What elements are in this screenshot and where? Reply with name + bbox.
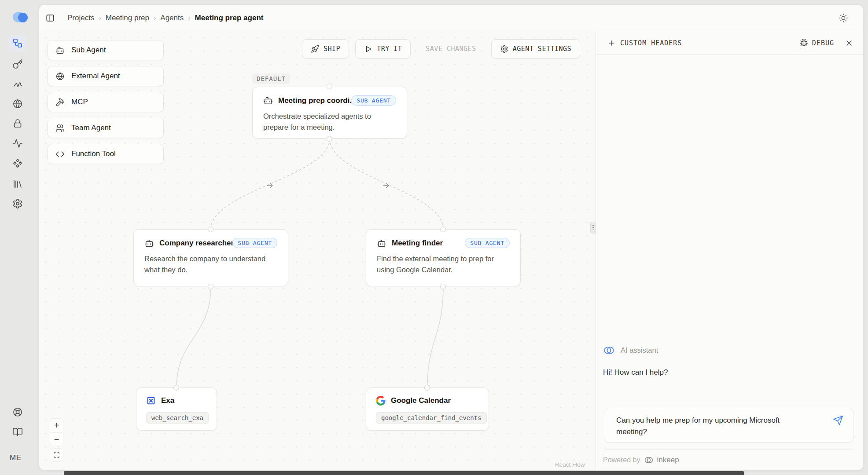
save-changes-button[interactable]: SAVE CHANGES bbox=[417, 39, 485, 58]
handle-coordinator-top[interactable] bbox=[327, 84, 332, 89]
bot-icon bbox=[377, 238, 386, 248]
react-flow-attribution[interactable]: React Flow bbox=[555, 461, 585, 468]
agent-settings-button-label: AGENT SETTINGS bbox=[513, 45, 571, 53]
custom-headers-button[interactable]: CUSTOM HEADERS bbox=[607, 31, 682, 55]
node-description: Research the company to understand what … bbox=[144, 253, 277, 275]
bug-icon bbox=[800, 39, 808, 47]
bot-icon bbox=[55, 46, 65, 55]
theme-toggle-sun-icon[interactable] bbox=[839, 13, 848, 23]
node-title: Company researcher bbox=[159, 239, 234, 248]
ship-button-label: SHIP bbox=[324, 45, 340, 53]
grip-dots-icon bbox=[592, 224, 594, 231]
node-title: Exa bbox=[161, 396, 174, 405]
exa-logo-icon bbox=[146, 396, 156, 406]
scribble-icon[interactable] bbox=[12, 79, 23, 89]
handle-finder-top[interactable] bbox=[440, 227, 446, 232]
maximize-icon bbox=[53, 452, 60, 458]
default-badge: DEFAULT bbox=[252, 73, 290, 84]
docs-icon[interactable] bbox=[12, 427, 23, 437]
palette-item-sub-agent[interactable]: Sub Agent bbox=[48, 40, 164, 60]
node-exa-tool[interactable]: Exa web_search_exa bbox=[136, 387, 217, 431]
workflow-icon[interactable] bbox=[12, 38, 23, 48]
globe-icon[interactable] bbox=[12, 99, 23, 109]
inkeep-mark-icon bbox=[603, 344, 615, 356]
breadcrumb: Projects › Meeting prep › Agents › Meeti… bbox=[67, 5, 263, 31]
top-bar: Projects › Meeting prep › Agents › Meeti… bbox=[39, 5, 863, 31]
bottom-edge-bar bbox=[64, 471, 744, 475]
try-it-button-label: TRY IT bbox=[377, 45, 402, 53]
handle-coordinator-bottom[interactable] bbox=[327, 136, 332, 142]
palette-item-label: MCP bbox=[71, 98, 88, 106]
ship-button[interactable]: SHIP bbox=[302, 39, 349, 58]
palette-item-function-tool[interactable]: Function Tool bbox=[48, 144, 164, 164]
inkeep-brand-label: inkeep bbox=[657, 456, 679, 464]
zoom-out-button[interactable]: − bbox=[50, 432, 63, 446]
edge-arrow-icon bbox=[267, 184, 272, 188]
zoom-controls: + − bbox=[50, 418, 63, 446]
edge-researcher-exa bbox=[177, 286, 211, 387]
palette-item-external-agent[interactable]: External Agent bbox=[48, 66, 164, 86]
components-icon[interactable] bbox=[12, 158, 23, 168]
activity-icon[interactable] bbox=[12, 138, 23, 149]
library-icon[interactable] bbox=[12, 179, 23, 189]
node-title: Meeting prep coordi... bbox=[278, 96, 356, 105]
node-google-calendar-tool[interactable]: Google Calendar google_calendar_find_eve… bbox=[366, 387, 489, 431]
bot-icon bbox=[144, 238, 154, 248]
flow-canvas[interactable]: Sub Agent External Agent MCP Team Agent … bbox=[39, 31, 596, 471]
node-palette: Sub Agent External Agent MCP Team Agent … bbox=[48, 40, 164, 164]
save-changes-button-label: SAVE CHANGES bbox=[426, 45, 476, 53]
handle-exa-top[interactable] bbox=[173, 385, 179, 391]
lock-icon[interactable] bbox=[12, 118, 23, 129]
custom-headers-label: CUSTOM HEADERS bbox=[620, 39, 682, 47]
node-title: Meeting finder bbox=[392, 239, 443, 248]
rocket-icon bbox=[311, 45, 319, 53]
bot-icon bbox=[263, 96, 273, 106]
breadcrumb-current: Meeting prep agent bbox=[195, 14, 264, 22]
try-it-button[interactable]: TRY IT bbox=[355, 39, 411, 58]
user-initials[interactable]: ME bbox=[10, 453, 22, 462]
help-icon[interactable] bbox=[12, 407, 23, 417]
node-description: Find the external meeting to prep for us… bbox=[377, 253, 510, 275]
assistant-message: Hi! How can I help? bbox=[603, 368, 668, 377]
node-meeting-prep-coordinator[interactable]: Meeting prep coordi... SUB AGENT Orchest… bbox=[252, 87, 407, 139]
palette-item-label: Team Agent bbox=[71, 124, 111, 132]
close-icon[interactable] bbox=[845, 39, 853, 48]
hammer-icon bbox=[55, 98, 65, 107]
palette-item-mcp[interactable]: MCP bbox=[48, 92, 164, 112]
palette-item-team-agent[interactable]: Team Agent bbox=[48, 118, 164, 138]
key-icon[interactable] bbox=[12, 59, 23, 69]
debug-button[interactable]: DEBUG bbox=[800, 39, 834, 47]
node-meeting-finder[interactable]: Meeting finder SUB AGENT Find the extern… bbox=[366, 229, 521, 286]
assistant-panel: CUSTOM HEADERS DEBUG AI assistant Hi! Ho… bbox=[596, 31, 864, 471]
handle-researcher-bottom[interactable] bbox=[208, 284, 213, 289]
palette-item-label: Function Tool bbox=[71, 150, 116, 158]
handle-researcher-top[interactable] bbox=[208, 227, 213, 232]
tool-tag: google_calendar_find_events bbox=[376, 412, 487, 424]
sidebar-toggle-icon[interactable] bbox=[45, 13, 55, 23]
palette-item-label: Sub Agent bbox=[71, 46, 106, 55]
breadcrumb-item-projects[interactable]: Projects bbox=[67, 14, 94, 22]
send-icon[interactable] bbox=[833, 415, 843, 426]
node-title: Google Calendar bbox=[391, 396, 451, 405]
zoom-in-button[interactable]: + bbox=[50, 419, 63, 432]
gear-icon[interactable] bbox=[12, 198, 23, 209]
assistant-name: AI assistant bbox=[621, 346, 658, 354]
inkeep-logo[interactable] bbox=[11, 10, 30, 25]
code-icon bbox=[55, 150, 65, 159]
debug-label: DEBUG bbox=[812, 39, 834, 47]
node-company-researcher[interactable]: Company researcher SUB AGENT Research th… bbox=[133, 229, 288, 286]
agent-settings-button[interactable]: AGENT SETTINGS bbox=[491, 39, 580, 58]
sub-agent-badge: SUB AGENT bbox=[232, 238, 277, 248]
breadcrumb-item-agents[interactable]: Agents bbox=[160, 14, 184, 22]
users-icon bbox=[55, 124, 65, 133]
canvas-toolbar: SHIP TRY IT SAVE CHANGES AGENT SETTINGS bbox=[302, 39, 580, 58]
breadcrumb-item-meeting-prep[interactable]: Meeting prep bbox=[106, 14, 149, 22]
chat-input[interactable]: Can you help me prep for my upcoming Mic… bbox=[616, 415, 801, 438]
panel-resize-handle[interactable] bbox=[590, 222, 596, 234]
assistant-identity: AI assistant bbox=[603, 344, 658, 356]
handle-finder-bottom[interactable] bbox=[440, 284, 446, 289]
fit-view-button[interactable] bbox=[50, 448, 63, 462]
handle-gcal-top[interactable] bbox=[424, 385, 430, 391]
powered-by[interactable]: Powered by inkeep bbox=[603, 455, 679, 465]
play-icon bbox=[364, 45, 372, 53]
